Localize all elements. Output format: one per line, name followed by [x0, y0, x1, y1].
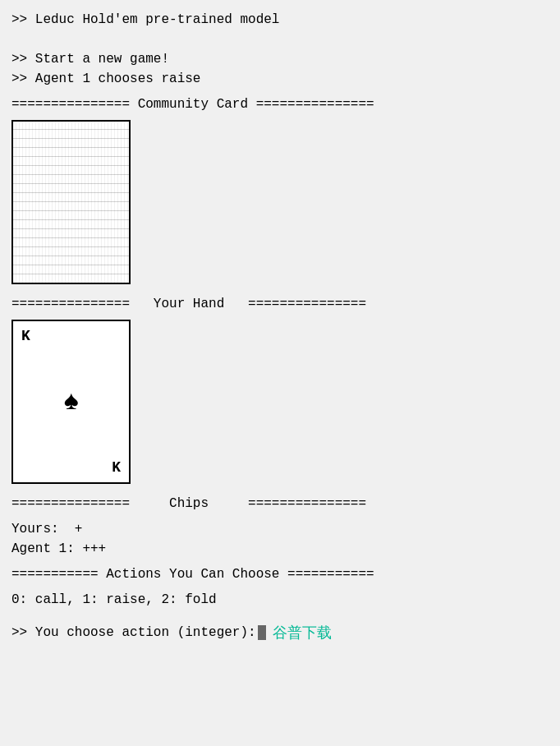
line-agent-raise: >> Agent 1 chooses raise — [11, 69, 549, 89]
download-badge: 谷普下载 — [273, 623, 332, 642]
actions-list: 0: call, 1: raise, 2: fold — [11, 590, 549, 610]
chips-section: Yours: + Agent 1: +++ — [11, 519, 549, 559]
actions-section: 0: call, 1: raise, 2: fold — [11, 590, 549, 610]
actions-divider-text: =========== Actions You Can Choose =====… — [11, 567, 374, 582]
hand-card-rank-bottom: K — [112, 459, 121, 476]
hand-card-rank-top: K — [21, 328, 30, 344]
hand-card: K ♠ K — [11, 320, 131, 484]
community-card-area — [11, 120, 549, 288]
hand-card-area: K ♠ K — [11, 320, 549, 488]
chips-yours: Yours: + — [11, 519, 549, 539]
community-divider-text: =============== Community Card =========… — [11, 97, 374, 112]
hand-card-suit: ♠ — [63, 387, 79, 417]
hand-divider: =============== Your Hand ==============… — [11, 297, 549, 311]
community-card-back — [13, 122, 129, 283]
line-blank1 — [11, 30, 549, 49]
chips-divider: =============== Chips =============== — [11, 496, 549, 511]
chips-divider-text: =============== Chips =============== — [11, 496, 366, 511]
actions-divider: =========== Actions You Can Choose =====… — [11, 567, 549, 582]
input-cursor[interactable] — [258, 625, 266, 640]
chips-agent: Agent 1: +++ — [11, 539, 549, 559]
input-prompt-area: >> You choose action (integer): 谷普下载 — [11, 623, 549, 642]
hand-divider-text: =============== Your Hand ==============… — [11, 297, 366, 311]
community-divider: =============== Community Card =========… — [11, 97, 549, 112]
input-prompt-text: >> You choose action (integer): — [11, 623, 256, 642]
hand-card-face: K ♠ K — [13, 321, 129, 482]
terminal-header: >> Leduc Hold'em pre-trained model >> St… — [11, 10, 549, 89]
line-title: >> Leduc Hold'em pre-trained model — [11, 10, 549, 30]
line-new-game: >> Start a new game! — [11, 49, 549, 69]
community-card — [11, 120, 131, 284]
